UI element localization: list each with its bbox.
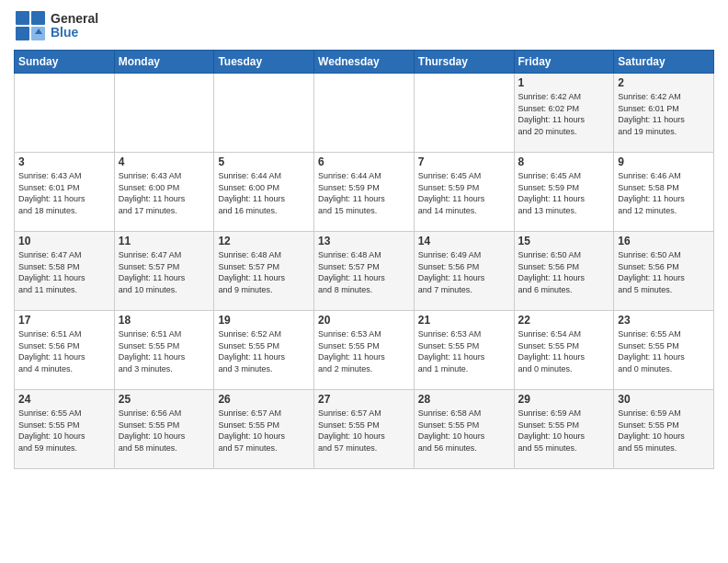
day-number: 21 [418, 314, 510, 327]
day-info: Sunrise: 6:44 AM Sunset: 6:00 PM Dayligh… [218, 170, 310, 216]
day-info: Sunrise: 6:53 AM Sunset: 5:55 PM Dayligh… [318, 328, 410, 374]
logo: General Blue [14, 9, 98, 42]
weekday-header: Friday [514, 51, 614, 74]
day-number: 18 [119, 314, 210, 327]
day-number: 6 [318, 155, 410, 168]
weekday-header: Wednesday [314, 51, 415, 74]
calendar-cell: 22Sunrise: 6:54 AM Sunset: 5:55 PM Dayli… [514, 311, 614, 390]
day-info: Sunrise: 6:50 AM Sunset: 5:56 PM Dayligh… [518, 249, 610, 295]
day-number: 19 [218, 314, 310, 327]
calendar-cell: 27Sunrise: 6:57 AM Sunset: 5:55 PM Dayli… [314, 390, 415, 469]
calendar-cell: 17Sunrise: 6:51 AM Sunset: 5:56 PM Dayli… [15, 311, 115, 390]
day-number: 16 [618, 235, 710, 247]
day-number: 22 [518, 314, 610, 327]
day-number: 20 [318, 314, 410, 327]
day-number: 9 [618, 155, 710, 168]
day-info: Sunrise: 6:42 AM Sunset: 6:02 PM Dayligh… [518, 91, 610, 137]
calendar-cell: 9Sunrise: 6:46 AM Sunset: 5:58 PM Daylig… [614, 153, 714, 232]
calendar-cell [314, 74, 415, 153]
calendar-cell: 2Sunrise: 6:42 AM Sunset: 6:01 PM Daylig… [614, 74, 714, 153]
calendar-cell [214, 74, 314, 153]
calendar-cell: 4Sunrise: 6:43 AM Sunset: 6:00 PM Daylig… [114, 153, 214, 232]
day-number: 23 [618, 314, 710, 327]
calendar-week-row: 17Sunrise: 6:51 AM Sunset: 5:56 PM Dayli… [15, 311, 714, 390]
page: General Blue SundayMondayTuesdayWednesda… [0, 0, 728, 563]
svg-rect-2 [16, 27, 29, 40]
calendar-cell: 6Sunrise: 6:44 AM Sunset: 5:59 PM Daylig… [314, 153, 415, 232]
calendar-cell: 13Sunrise: 6:48 AM Sunset: 5:57 PM Dayli… [314, 232, 415, 311]
calendar-cell: 18Sunrise: 6:51 AM Sunset: 5:55 PM Dayli… [114, 311, 214, 390]
logo-text: General Blue [51, 12, 98, 40]
day-info: Sunrise: 6:47 AM Sunset: 5:58 PM Dayligh… [18, 249, 110, 295]
calendar-cell: 11Sunrise: 6:47 AM Sunset: 5:57 PM Dayli… [114, 232, 214, 311]
weekday-header-row: SundayMondayTuesdayWednesdayThursdayFrid… [15, 51, 714, 74]
day-info: Sunrise: 6:43 AM Sunset: 6:00 PM Dayligh… [119, 170, 210, 216]
day-info: Sunrise: 6:58 AM Sunset: 5:55 PM Dayligh… [418, 408, 510, 454]
day-info: Sunrise: 6:52 AM Sunset: 5:55 PM Dayligh… [218, 328, 310, 374]
calendar-cell: 15Sunrise: 6:50 AM Sunset: 5:56 PM Dayli… [514, 232, 614, 311]
day-info: Sunrise: 6:59 AM Sunset: 5:55 PM Dayligh… [518, 408, 610, 454]
day-number: 25 [119, 393, 210, 406]
day-number: 29 [518, 393, 610, 406]
day-info: Sunrise: 6:59 AM Sunset: 5:55 PM Dayligh… [618, 408, 710, 454]
calendar-week-row: 1Sunrise: 6:42 AM Sunset: 6:02 PM Daylig… [15, 74, 714, 153]
day-number: 1 [518, 76, 610, 89]
calendar-week-row: 24Sunrise: 6:55 AM Sunset: 5:55 PM Dayli… [15, 390, 714, 469]
calendar-cell: 14Sunrise: 6:49 AM Sunset: 5:56 PM Dayli… [414, 232, 514, 311]
header: General Blue [14, 9, 714, 42]
calendar-cell: 3Sunrise: 6:43 AM Sunset: 6:01 PM Daylig… [15, 153, 115, 232]
day-info: Sunrise: 6:45 AM Sunset: 5:59 PM Dayligh… [418, 170, 510, 216]
weekday-header: Monday [114, 51, 214, 74]
day-info: Sunrise: 6:53 AM Sunset: 5:55 PM Dayligh… [418, 328, 510, 374]
day-info: Sunrise: 6:44 AM Sunset: 5:59 PM Dayligh… [318, 170, 410, 216]
day-number: 12 [218, 235, 310, 247]
calendar-cell: 8Sunrise: 6:45 AM Sunset: 5:59 PM Daylig… [514, 153, 614, 232]
weekday-header: Tuesday [214, 51, 314, 74]
day-number: 4 [119, 155, 210, 168]
day-number: 27 [318, 393, 410, 406]
day-info: Sunrise: 6:43 AM Sunset: 6:01 PM Dayligh… [18, 170, 110, 216]
calendar: SundayMondayTuesdayWednesdayThursdayFrid… [14, 50, 714, 469]
calendar-cell: 20Sunrise: 6:53 AM Sunset: 5:55 PM Dayli… [314, 311, 415, 390]
day-number: 5 [218, 155, 310, 168]
logo-blue: Blue [51, 26, 98, 40]
day-number: 26 [218, 393, 310, 406]
day-info: Sunrise: 6:51 AM Sunset: 5:55 PM Dayligh… [119, 328, 210, 374]
calendar-cell: 29Sunrise: 6:59 AM Sunset: 5:55 PM Dayli… [514, 390, 614, 469]
calendar-cell: 12Sunrise: 6:48 AM Sunset: 5:57 PM Dayli… [214, 232, 314, 311]
weekday-header: Thursday [414, 51, 514, 74]
calendar-cell: 7Sunrise: 6:45 AM Sunset: 5:59 PM Daylig… [414, 153, 514, 232]
day-info: Sunrise: 6:57 AM Sunset: 5:55 PM Dayligh… [218, 408, 310, 454]
calendar-cell: 10Sunrise: 6:47 AM Sunset: 5:58 PM Dayli… [15, 232, 115, 311]
day-number: 11 [119, 235, 210, 247]
day-info: Sunrise: 6:48 AM Sunset: 5:57 PM Dayligh… [318, 249, 410, 295]
calendar-cell: 24Sunrise: 6:55 AM Sunset: 5:55 PM Dayli… [15, 390, 115, 469]
day-number: 10 [18, 235, 110, 247]
day-info: Sunrise: 6:54 AM Sunset: 5:55 PM Dayligh… [518, 328, 610, 374]
svg-rect-0 [16, 11, 29, 25]
calendar-week-row: 3Sunrise: 6:43 AM Sunset: 6:01 PM Daylig… [15, 153, 714, 232]
day-info: Sunrise: 6:49 AM Sunset: 5:56 PM Dayligh… [418, 249, 510, 295]
calendar-cell [15, 74, 115, 153]
day-info: Sunrise: 6:47 AM Sunset: 5:57 PM Dayligh… [119, 249, 210, 295]
day-info: Sunrise: 6:42 AM Sunset: 6:01 PM Dayligh… [618, 91, 710, 137]
svg-rect-1 [31, 11, 45, 25]
day-info: Sunrise: 6:56 AM Sunset: 5:55 PM Dayligh… [119, 408, 210, 454]
day-number: 17 [18, 314, 110, 327]
logo-svg-icon [14, 9, 47, 42]
day-info: Sunrise: 6:46 AM Sunset: 5:58 PM Dayligh… [618, 170, 710, 216]
calendar-cell: 26Sunrise: 6:57 AM Sunset: 5:55 PM Dayli… [214, 390, 314, 469]
day-number: 15 [518, 235, 610, 247]
day-number: 28 [418, 393, 510, 406]
calendar-cell [414, 74, 514, 153]
weekday-header: Saturday [614, 51, 714, 74]
day-number: 3 [18, 155, 110, 168]
calendar-cell: 1Sunrise: 6:42 AM Sunset: 6:02 PM Daylig… [514, 74, 614, 153]
day-number: 30 [618, 393, 710, 406]
calendar-cell: 16Sunrise: 6:50 AM Sunset: 5:56 PM Dayli… [614, 232, 714, 311]
day-number: 13 [318, 235, 410, 247]
day-info: Sunrise: 6:57 AM Sunset: 5:55 PM Dayligh… [318, 408, 410, 454]
day-info: Sunrise: 6:55 AM Sunset: 5:55 PM Dayligh… [18, 408, 110, 454]
day-number: 2 [618, 76, 710, 89]
day-info: Sunrise: 6:55 AM Sunset: 5:55 PM Dayligh… [618, 328, 710, 374]
